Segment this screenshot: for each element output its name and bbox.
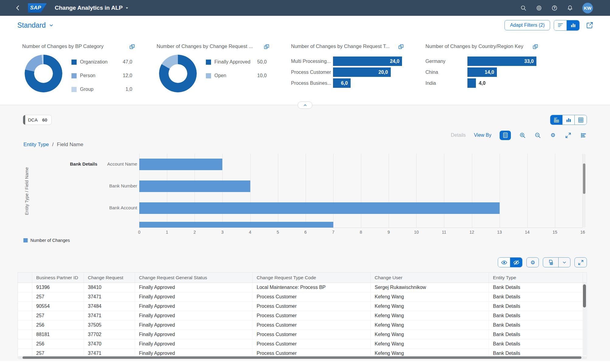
chart-settings-button[interactable]: ⚙ [549, 132, 556, 139]
kpi-charts-toggle[interactable] [567, 20, 579, 30]
collapse-header-button[interactable] [298, 101, 312, 109]
results-table: Business Partner IDChange RequestChange … [18, 272, 587, 359]
kpi-bar[interactable]: 24,0 [333, 57, 402, 66]
kpi-bar[interactable]: 20,0 [333, 67, 391, 77]
kpi-card-title: Number of Changes by Change Request ... [157, 43, 261, 49]
column-header-change-request[interactable]: Change Request [84, 273, 135, 283]
table-cell: 256 [32, 339, 84, 349]
horizontal-scrollbar-thumb[interactable] [23, 356, 581, 359]
variant-selector[interactable]: Standard [17, 21, 54, 29]
chart-view-toggle[interactable] [562, 115, 574, 125]
table-row[interactable]: 8818137702Finally ApprovedProcess Custom… [18, 330, 587, 339]
search-button[interactable] [520, 5, 527, 11]
table-cell: Process Customer [253, 339, 371, 349]
chart-bar[interactable] [139, 222, 333, 228]
open-chart-button[interactable] [129, 43, 135, 50]
kpi-bar[interactable] [468, 78, 476, 88]
table-row[interactable]: 25637505Finally ApprovedProcess Customer… [18, 321, 587, 330]
kpi-card-legend: Organization47,0Person12,0Group1,0 [71, 55, 135, 99]
filtered-by-chip[interactable]: DCA 60 [23, 115, 52, 125]
hide-details-toggle[interactable] [510, 258, 522, 267]
app-title-menu[interactable]: Change Analytics in ALP [55, 5, 129, 11]
open-chart-button[interactable] [532, 43, 539, 50]
column-header-change-request-general-status[interactable]: Change Request General Status [135, 273, 253, 283]
row-select-cell[interactable] [18, 339, 32, 349]
row-select-cell[interactable] [18, 292, 32, 301]
open-chart-button[interactable] [263, 43, 270, 50]
notifications-button[interactable] [567, 5, 573, 11]
table-row[interactable]: 25637470Finally ApprovedProcess Customer… [18, 339, 587, 349]
column-header-change-request-type-code[interactable]: Change Request Type Code [253, 273, 371, 283]
kpi-bar[interactable]: 6,0 [333, 78, 351, 88]
row-select-cell[interactable] [18, 330, 32, 339]
export-button[interactable] [543, 258, 558, 267]
open-chart-button[interactable] [398, 43, 404, 50]
x-axis-tick-label: 5 [272, 230, 284, 235]
row-select-cell[interactable] [18, 311, 32, 320]
table-fullscreen-button[interactable] [574, 257, 587, 267]
row-select-cell[interactable] [18, 302, 32, 311]
export-menu-button[interactable] [558, 258, 570, 267]
chart-gridline [444, 154, 444, 228]
table-view-toggle[interactable] [574, 115, 587, 125]
donut-chart[interactable] [25, 55, 62, 92]
table-cell: Process Customer [253, 302, 371, 311]
hybrid-view-toggle[interactable] [550, 115, 562, 125]
chart-scrollbar-thumb[interactable] [583, 163, 585, 194]
horizontal-scrollbar [18, 356, 587, 359]
chart-fullscreen-button[interactable] [565, 132, 572, 139]
column-header-change-user[interactable]: Change User [371, 273, 489, 283]
share-button[interactable] [586, 21, 594, 29]
row-select-cell[interactable] [18, 321, 32, 330]
x-axis-tick-label: 6 [300, 230, 312, 235]
donut-chart[interactable] [159, 55, 197, 92]
table-row[interactable]: 25737471Finally ApprovedProcess Customer… [18, 311, 587, 321]
app-title: Change Analytics in ALP [55, 5, 123, 11]
table-cell: Finally Approved [135, 321, 253, 330]
back-button[interactable] [15, 5, 21, 11]
adapt-filters-button[interactable]: Adapt Filters (2) [504, 20, 550, 30]
table-cell: 38410 [84, 283, 135, 292]
table-cell: Sergej Rukawischnikow [371, 283, 489, 292]
x-axis-tick-label: 12 [466, 230, 478, 235]
x-axis-tick-label: 8 [355, 230, 367, 235]
row-select-cell[interactable] [18, 283, 32, 292]
show-details-toggle[interactable] [498, 258, 510, 267]
chart-type-button[interactable] [580, 132, 587, 139]
table-row[interactable]: 25737471Finally ApprovedProcess Customer… [18, 292, 587, 302]
grid-icon [577, 117, 584, 123]
chevron-up-icon [303, 103, 307, 108]
view-by-button[interactable]: View By [474, 132, 491, 138]
table-settings-button[interactable]: ⚙ [526, 257, 539, 267]
legend-color-swatch [206, 60, 211, 65]
table-cell: Bank Details [489, 321, 583, 330]
view-switch-segment [550, 115, 587, 125]
zoom-in-button[interactable] [519, 132, 526, 139]
legend-color-swatch [71, 73, 77, 78]
table-scrollbar-thumb[interactable] [583, 284, 586, 307]
table-row[interactable]: 9139638410Finally ApprovedLocal Maintena… [18, 283, 587, 292]
select-all-header-cell[interactable] [18, 273, 32, 283]
chart-category-label: Bank Account [92, 205, 137, 210]
filter-fields-toggle[interactable] [554, 20, 567, 30]
table-cell: 37484 [84, 302, 135, 311]
legend-color-swatch [23, 238, 28, 242]
chart-bar[interactable] [139, 202, 500, 214]
legend-toggle-button[interactable] [500, 131, 511, 140]
table-cell: 257 [32, 292, 84, 301]
column-header-business-partner-id[interactable]: Business Partner ID [32, 273, 84, 283]
kpi-bar[interactable]: 33,0 [468, 57, 536, 66]
chart-bar[interactable] [139, 159, 222, 170]
kpi-bar[interactable]: 14,0 [468, 67, 497, 77]
table-cell: Bank Details [489, 302, 583, 311]
zoom-out-button[interactable] [534, 132, 541, 139]
legend-item: Finally Approved50,0 [206, 58, 267, 66]
breadcrumb-entity-type-link[interactable]: Entity Type [23, 142, 49, 147]
help-button[interactable]: ? [551, 5, 558, 11]
column-header-entity-type[interactable]: Entity Type [489, 273, 583, 283]
legend-color-swatch [206, 73, 211, 78]
table-row[interactable]: 9055437484Finally ApprovedProcess Custom… [18, 302, 587, 311]
user-avatar[interactable]: KW [582, 3, 593, 13]
chart-bar[interactable] [139, 180, 250, 192]
copilot-button[interactable] [536, 5, 542, 11]
